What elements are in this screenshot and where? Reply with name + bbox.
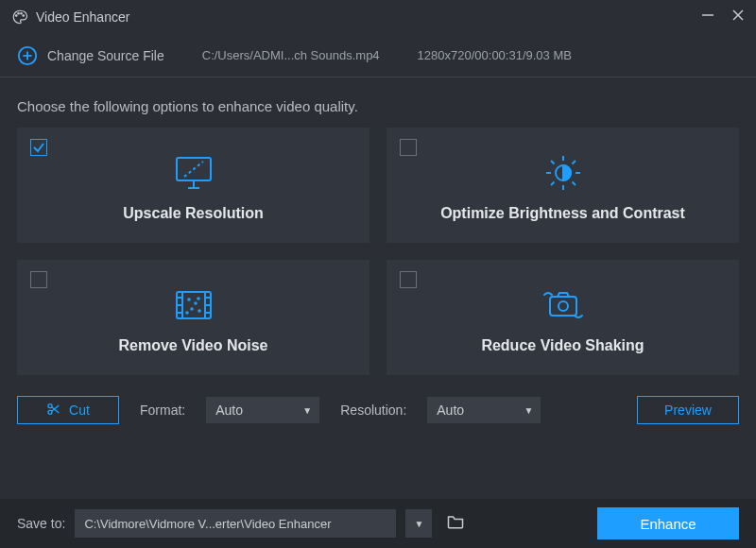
app-title: Video Enhancer bbox=[36, 9, 701, 25]
checkbox-shaking[interactable] bbox=[400, 271, 417, 288]
controls-row: Cut Format: Auto ▼ Resolution: Auto ▼ Pr… bbox=[0, 375, 756, 424]
save-path-value: C:\Vidmore\Vidmore V...erter\Video Enhan… bbox=[84, 517, 331, 531]
option-noise[interactable]: Remove Video Noise bbox=[17, 260, 369, 375]
save-path-dropdown[interactable]: ▼ bbox=[405, 509, 432, 538]
svg-line-20 bbox=[572, 182, 576, 186]
source-bar: Change Source File C:/Users/ADMI...ch So… bbox=[0, 34, 756, 77]
option-upscale[interactable]: Upscale Resolution bbox=[17, 128, 369, 243]
source-meta: 1280x720/00:00:31/9.03 MB bbox=[418, 48, 572, 62]
change-source-label: Change Source File bbox=[47, 48, 164, 63]
instruction-text: Choose the following options to enhance … bbox=[0, 77, 756, 128]
option-label: Upscale Resolution bbox=[123, 205, 263, 222]
svg-point-1 bbox=[18, 13, 20, 15]
svg-line-11 bbox=[184, 162, 203, 177]
close-button[interactable] bbox=[731, 9, 745, 26]
option-label: Optimize Brightness and Contrast bbox=[440, 205, 685, 222]
svg-point-37 bbox=[198, 298, 199, 300]
change-source-button[interactable]: Change Source File bbox=[17, 45, 164, 66]
option-label: Remove Video Noise bbox=[119, 337, 268, 354]
enhance-button[interactable]: Enhance bbox=[597, 507, 739, 539]
svg-point-33 bbox=[195, 302, 197, 304]
cut-button[interactable]: Cut bbox=[17, 396, 119, 424]
film-noise-icon bbox=[171, 281, 216, 330]
chevron-down-icon: ▼ bbox=[524, 405, 533, 416]
option-label: Reduce Video Shaking bbox=[481, 337, 644, 354]
chevron-down-icon: ▼ bbox=[414, 519, 423, 529]
titlebar: Video Enhancer bbox=[0, 0, 756, 34]
chevron-down-icon: ▼ bbox=[302, 405, 312, 416]
resolution-label: Resolution: bbox=[340, 402, 406, 418]
preview-button[interactable]: Preview bbox=[637, 396, 739, 424]
option-shaking[interactable]: Reduce Video Shaking bbox=[387, 260, 739, 375]
svg-point-34 bbox=[191, 308, 193, 310]
save-path-field[interactable]: C:\Vidmore\Vidmore V...erter\Video Enhan… bbox=[75, 509, 396, 538]
checkbox-brightness[interactable] bbox=[400, 139, 417, 156]
svg-line-19 bbox=[551, 161, 555, 164]
bottom-bar: Save to: C:\Vidmore\Vidmore V...erter\Vi… bbox=[0, 499, 756, 548]
source-path: C:/Users/ADMI...ch Sounds.mp4 bbox=[202, 48, 380, 62]
svg-line-22 bbox=[551, 182, 555, 186]
svg-point-35 bbox=[198, 310, 200, 312]
format-select[interactable]: Auto ▼ bbox=[206, 397, 319, 423]
resolution-select[interactable]: Auto ▼ bbox=[427, 397, 541, 423]
palette-icon bbox=[11, 9, 28, 26]
open-folder-button[interactable] bbox=[441, 509, 470, 538]
svg-rect-38 bbox=[550, 297, 576, 316]
folder-icon bbox=[446, 513, 465, 534]
brightness-icon bbox=[541, 148, 586, 197]
svg-line-21 bbox=[572, 161, 576, 164]
cut-label: Cut bbox=[69, 402, 90, 418]
save-to-label: Save to: bbox=[17, 516, 65, 531]
window-controls bbox=[701, 9, 745, 26]
svg-point-2 bbox=[21, 13, 23, 15]
svg-point-36 bbox=[186, 312, 188, 314]
enhance-label: Enhance bbox=[640, 516, 696, 532]
checkbox-upscale[interactable] bbox=[30, 139, 47, 156]
format-value: Auto bbox=[215, 402, 243, 418]
minimize-button[interactable] bbox=[701, 9, 714, 26]
svg-point-0 bbox=[16, 15, 18, 17]
svg-point-39 bbox=[558, 301, 568, 311]
preview-label: Preview bbox=[664, 402, 712, 418]
monitor-icon bbox=[171, 148, 216, 197]
svg-point-3 bbox=[23, 15, 25, 17]
svg-point-32 bbox=[188, 299, 190, 300]
options-grid: Upscale Resolution Optimize Brightness a… bbox=[0, 128, 756, 375]
format-label: Format: bbox=[140, 402, 185, 418]
resolution-value: Auto bbox=[437, 402, 464, 418]
scissors-icon bbox=[46, 402, 61, 420]
checkbox-noise[interactable] bbox=[30, 271, 47, 288]
plus-circle-icon bbox=[17, 45, 38, 66]
camera-shake-icon bbox=[539, 281, 588, 330]
option-brightness[interactable]: Optimize Brightness and Contrast bbox=[387, 128, 739, 243]
